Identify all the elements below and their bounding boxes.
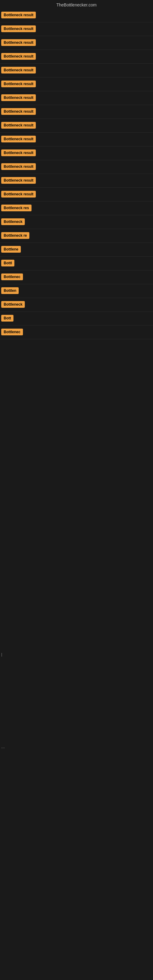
- bottleneck-badge[interactable]: Bottleneck result: [1, 53, 36, 60]
- bottleneck-badge[interactable]: Bottleneck res: [1, 205, 32, 211]
- cursor-area: |: [1, 652, 2, 657]
- list-item: Bottleneck result: [0, 133, 153, 146]
- bottleneck-badge[interactable]: Bottleneck result: [1, 39, 36, 46]
- list-item: Bottlen: [0, 284, 153, 298]
- bottleneck-badge[interactable]: Bottleneck result: [1, 122, 36, 129]
- bottleneck-badge[interactable]: Bottleneck result: [1, 108, 36, 115]
- list-item: Bottleneck result: [0, 105, 153, 119]
- list-item: Bottleneck result: [0, 119, 153, 133]
- list-item: Bottleneck result: [0, 50, 153, 64]
- bottleneck-badge[interactable]: Bottlenec: [1, 329, 23, 335]
- bottleneck-badge[interactable]: Bottlen: [1, 287, 19, 294]
- list-item: Bottleneck: [0, 215, 153, 229]
- bottleneck-badge[interactable]: Bottleneck result: [1, 81, 36, 87]
- list-item: Bottleneck: [0, 298, 153, 312]
- list-item: Bottleneck result: [0, 91, 153, 105]
- list-item: Bottl: [0, 257, 153, 270]
- bottleneck-badge[interactable]: Bottleneck result: [1, 12, 36, 18]
- bottleneck-badge[interactable]: Bottleneck result: [1, 177, 36, 184]
- page-container: TheBottlenecker.com Bottleneck resultBot…: [0, 0, 153, 980]
- list-item: Bottleneck result: [0, 160, 153, 174]
- empty-section-2: [0, 766, 153, 980]
- bottleneck-badge[interactable]: Bottleneck result: [1, 67, 36, 73]
- list-item: Bottlene: [0, 243, 153, 257]
- list-item: Bottleneck result: [0, 22, 153, 36]
- list-item: Bott: [0, 312, 153, 326]
- ellipsis-indicator: ...: [1, 744, 5, 749]
- list-item: Bottleneck result: [0, 64, 153, 78]
- empty-section-1: [0, 674, 153, 698]
- items-list: Bottleneck resultBottleneck resultBottle…: [0, 9, 153, 339]
- list-item: Bottlenec: [0, 270, 153, 284]
- list-item: Bottleneck re: [0, 229, 153, 243]
- bottleneck-badge[interactable]: Bottleneck result: [1, 163, 36, 170]
- list-item: Bottleneck result: [0, 36, 153, 50]
- list-item: Bottlenec: [0, 326, 153, 339]
- list-item: Bottleneck res: [0, 202, 153, 215]
- bottleneck-badge[interactable]: Bottleneck result: [1, 150, 36, 156]
- bottleneck-badge[interactable]: Bottleneck result: [1, 191, 36, 197]
- list-item: Bottleneck result: [0, 78, 153, 91]
- list-item: Bottleneck result: [0, 174, 153, 188]
- site-title: TheBottlenecker.com: [0, 0, 153, 9]
- bottleneck-badge[interactable]: Bottleneck: [1, 218, 25, 225]
- bottleneck-badge[interactable]: Bottleneck re: [1, 232, 29, 239]
- list-item: Bottleneck result: [0, 9, 153, 22]
- bottleneck-badge[interactable]: Bottlenec: [1, 274, 23, 280]
- bottleneck-badge[interactable]: Bottleneck: [1, 301, 25, 308]
- bottleneck-badge[interactable]: Bottlene: [1, 246, 21, 253]
- bottleneck-badge[interactable]: Bottleneck result: [1, 94, 36, 101]
- list-item: Bottleneck result: [0, 146, 153, 160]
- bottleneck-badge[interactable]: Bottleneck result: [1, 25, 36, 32]
- bottleneck-badge[interactable]: Bott: [1, 315, 13, 321]
- list-item: Bottleneck result: [0, 188, 153, 202]
- bottleneck-badge[interactable]: Bottl: [1, 260, 14, 266]
- bottleneck-badge[interactable]: Bottleneck result: [1, 136, 36, 142]
